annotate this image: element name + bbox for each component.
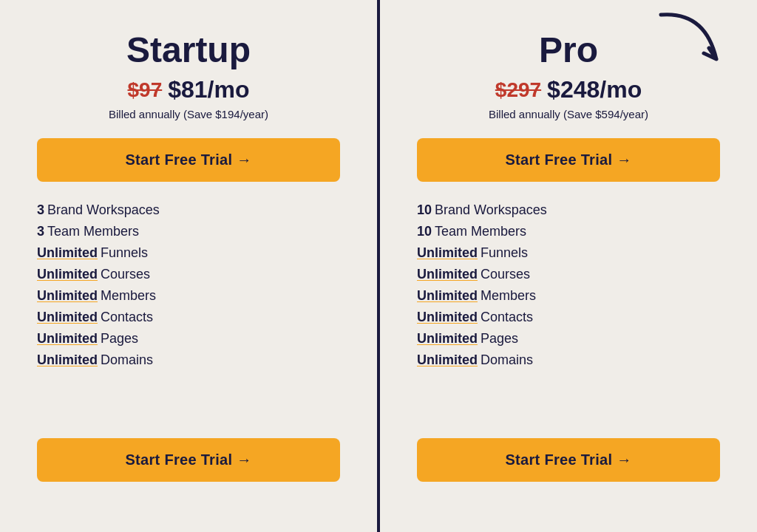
feature-text: Brand Workspaces: [47, 202, 160, 218]
feature-text: Pages: [481, 331, 518, 347]
startup-plan-name: Startup: [37, 30, 340, 70]
feature-highlight: Unlimited: [37, 331, 98, 347]
feature-highlight: Unlimited: [37, 245, 98, 261]
list-item: Unlimited Pages: [37, 331, 340, 347]
pro-price-old: $297: [495, 78, 541, 102]
feature-highlight: Unlimited: [417, 310, 478, 325]
list-item: 10 Brand Workspaces: [417, 202, 720, 218]
feature-highlight: Unlimited: [37, 352, 98, 368]
feature-text: Brand Workspaces: [435, 202, 547, 218]
feature-highlight: 3: [37, 202, 44, 218]
feature-text: Courses: [481, 267, 530, 282]
feature-highlight: Unlimited: [417, 288, 478, 304]
feature-highlight: 10: [417, 224, 432, 239]
feature-highlight: Unlimited: [417, 245, 478, 261]
feature-text: Domains: [481, 352, 533, 368]
startup-plan-card: Startup $97 $81/mo Billed annually (Save…: [0, 0, 377, 532]
feature-text: Domains: [101, 352, 153, 368]
pro-trial-button-top[interactable]: Start Free Trial →: [417, 138, 720, 182]
startup-features-list: 3 Brand Workspaces 3 Team Members Unlimi…: [37, 202, 340, 417]
feature-highlight: Unlimited: [37, 310, 98, 325]
pricing-container: Startup $97 $81/mo Billed annually (Save…: [0, 0, 757, 532]
feature-text: Pages: [101, 331, 138, 347]
list-item: Unlimited Members: [37, 288, 340, 304]
startup-price-row: $97 $81/mo: [37, 76, 340, 103]
list-item: Unlimited Funnels: [417, 245, 720, 261]
list-item: 10 Team Members: [417, 224, 720, 239]
feature-text: Contacts: [481, 310, 533, 325]
feature-text: Funnels: [481, 245, 528, 261]
feature-text: Team Members: [47, 224, 139, 239]
list-item: 3 Brand Workspaces: [37, 202, 340, 218]
feature-text: Members: [481, 288, 536, 304]
pro-trial-button-bottom[interactable]: Start Free Trial →: [417, 438, 720, 482]
list-item: Unlimited Courses: [417, 267, 720, 282]
startup-trial-button-top[interactable]: Start Free Trial →: [37, 138, 340, 182]
feature-text: Contacts: [101, 310, 153, 325]
feature-text: Team Members: [435, 224, 526, 239]
startup-trial-button-bottom[interactable]: Start Free Trial →: [37, 438, 340, 482]
list-item: Unlimited Contacts: [417, 310, 720, 325]
feature-text: Courses: [101, 267, 150, 282]
feature-highlight: Unlimited: [417, 352, 478, 368]
feature-highlight: 3: [37, 224, 44, 239]
startup-price-new: $81/mo: [168, 76, 249, 103]
pro-features-list: 10 Brand Workspaces 10 Team Members Unli…: [417, 202, 720, 417]
feature-text: Members: [101, 288, 156, 304]
list-item: Unlimited Domains: [417, 352, 720, 368]
list-item: Unlimited Funnels: [37, 245, 340, 261]
startup-billing-info: Billed annually (Save $194/year): [37, 108, 340, 120]
pro-plan-card: Pro $297 $248/mo Billed annually (Save $…: [380, 0, 757, 532]
list-item: Unlimited Contacts: [37, 310, 340, 325]
list-item: Unlimited Members: [417, 288, 720, 304]
feature-highlight: 10: [417, 202, 432, 218]
pro-price-new: $248/mo: [547, 76, 642, 103]
feature-highlight: Unlimited: [37, 288, 98, 304]
pro-billing-info: Billed annually (Save $594/year): [417, 108, 720, 120]
list-item: Unlimited Pages: [417, 331, 720, 347]
feature-text: Funnels: [101, 245, 148, 261]
feature-highlight: Unlimited: [417, 331, 478, 347]
feature-highlight: Unlimited: [417, 267, 478, 282]
list-item: Unlimited Courses: [37, 267, 340, 282]
startup-price-old: $97: [128, 78, 163, 102]
arrow-decoration: [646, 7, 735, 81]
feature-highlight: Unlimited: [37, 267, 98, 282]
list-item: Unlimited Domains: [37, 352, 340, 368]
list-item: 3 Team Members: [37, 224, 340, 239]
